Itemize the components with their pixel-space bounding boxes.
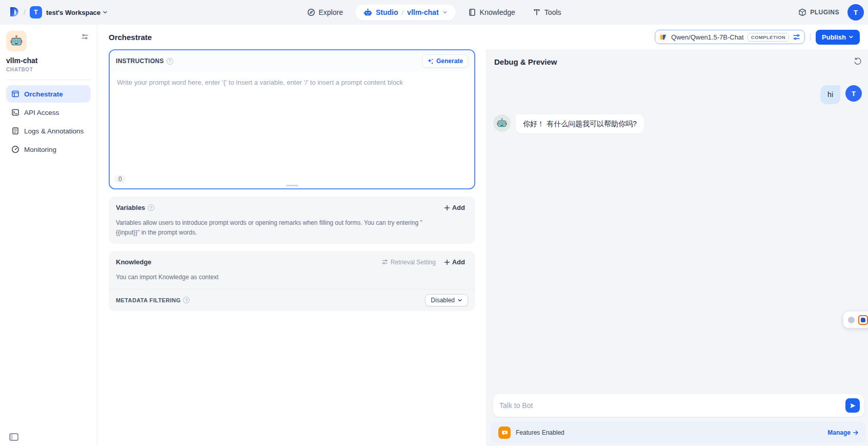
robot-icon — [364, 8, 372, 17]
metadata-filtering-dropdown[interactable]: Disabled — [425, 294, 468, 306]
tools-icon — [533, 8, 541, 16]
sidebar-divider — [6, 80, 91, 80]
arrow-right-icon — [853, 430, 859, 436]
features-bar: Features Enabled Manage — [491, 422, 866, 443]
extension-logo-icon — [858, 315, 868, 325]
nav-plugins[interactable]: PLUGINS — [798, 8, 839, 16]
features-label: Features Enabled — [516, 429, 564, 436]
knowledge-icon — [468, 8, 476, 16]
retrieval-setting-label: Retrieval Setting — [391, 259, 436, 266]
content: vllm-chat CHATBOT Orchestrate API Access… — [0, 25, 868, 446]
sidebar-item-logs-annotations[interactable]: Logs & Annotations — [6, 122, 91, 140]
nav-tools-label: Tools — [544, 8, 561, 16]
nav-tools[interactable]: Tools — [528, 5, 567, 20]
nav-knowledge-label: Knowledge — [480, 8, 515, 16]
dify-logo-icon[interactable] — [8, 6, 19, 18]
retrieval-setting-button[interactable]: Retrieval Setting — [381, 259, 436, 266]
send-button[interactable] — [845, 398, 860, 413]
publish-button[interactable]: Publish — [816, 30, 860, 45]
user-message-bubble: hi — [820, 85, 840, 104]
header-divider — [810, 33, 811, 41]
nav-explore-label: Explore — [318, 8, 342, 16]
features-icon — [498, 426, 511, 439]
model-name: Qwen/Qwen1.5-7B-Chat — [671, 33, 744, 41]
nav-studio-label: Studio — [376, 8, 398, 16]
metadata-filtering-value: Disabled — [431, 297, 455, 304]
sidebar-item-orchestrate[interactable]: Orchestrate — [6, 85, 91, 103]
chat-input-container — [493, 394, 864, 417]
add-variable-button[interactable]: Add — [441, 202, 468, 213]
app-name: vllm-chat — [6, 56, 91, 65]
chat-message-user: hi T — [493, 85, 862, 104]
sidebar-item-label: API Access — [24, 109, 59, 117]
explore-icon — [307, 8, 315, 16]
chevron-down-icon — [849, 34, 854, 40]
variables-panel: Variables ? Add Variables allow users to… — [109, 197, 475, 244]
sidebar-item-api-access[interactable]: API Access — [6, 104, 91, 121]
app-sidebar: vllm-chat CHATBOT Orchestrate API Access… — [0, 25, 97, 446]
generate-label: Generate — [436, 57, 463, 65]
workzone-body: INSTRUCTIONS ? Generate Write your promp… — [97, 49, 868, 446]
add-label: Add — [452, 204, 465, 211]
logs-icon — [11, 127, 19, 135]
debug-title: Debug & Preview — [494, 57, 557, 66]
metadata-filtering-row: METADATA FILTERING ? Disabled — [109, 289, 475, 311]
user-avatar[interactable]: T — [847, 4, 864, 21]
chat-input[interactable] — [499, 401, 845, 410]
nav-center: Explore Studio / vllm-chat Knowledge Too… — [301, 0, 566, 25]
extension-dot-icon — [848, 317, 855, 323]
app-head — [6, 31, 91, 51]
bot-message-bubble: 你好！ 有什么问题我可以帮助你吗? — [516, 114, 644, 133]
instructions-header: INSTRUCTIONS ? Generate — [110, 50, 474, 72]
manage-label: Manage — [827, 429, 851, 436]
add-label: Add — [452, 258, 465, 266]
resize-handle[interactable] — [286, 185, 298, 186]
knowledge-panel: Knowledge Retrieval Setting Add You can … — [109, 251, 475, 311]
orchestrate-editor: INSTRUCTIONS ? Generate Write your promp… — [97, 49, 487, 446]
breadcrumb-separator: / — [24, 8, 26, 16]
send-icon — [850, 402, 856, 409]
restart-conversation-icon[interactable] — [852, 55, 864, 68]
info-icon[interactable]: ? — [167, 58, 173, 65]
add-knowledge-button[interactable]: Add — [441, 257, 468, 267]
variables-title: Variables — [116, 204, 145, 211]
chat-area: hi T 你好！ 有什么问题我可以帮助你吗? — [487, 71, 868, 394]
breadcrumb-separator: / — [401, 9, 403, 16]
app-settings-icon[interactable] — [79, 31, 91, 43]
prompt-editor[interactable]: Write your prompt word here, enter '{' t… — [110, 72, 474, 188]
orchestrate-icon — [11, 90, 19, 98]
model-selector[interactable]: Qwen/Qwen1.5-7B-Chat COMPLETION — [655, 30, 805, 44]
knowledge-description: You can import Knowledge as context — [109, 270, 475, 289]
robot-emoji-icon — [10, 34, 23, 48]
workspace-switcher[interactable]: test's Workspace — [46, 9, 108, 16]
nav-app-breadcrumb: vllm-chat — [407, 8, 438, 16]
sidebar-item-monitoring[interactable]: Monitoring — [6, 141, 91, 158]
manage-features-link[interactable]: Manage — [827, 429, 859, 436]
robot-emoji-icon — [496, 118, 508, 129]
sidebar-item-label: Logs & Annotations — [24, 127, 84, 135]
chat-message-bot: 你好！ 有什么问题我可以帮助你吗? — [493, 114, 862, 133]
generate-button[interactable]: Generate — [422, 54, 468, 68]
plugins-icon — [798, 8, 806, 16]
app-icon[interactable] — [6, 31, 27, 51]
nav-right: PLUGINS T — [798, 4, 860, 21]
debug-preview-panel: Debug & Preview hi T — [487, 49, 868, 446]
info-icon[interactable]: ? — [183, 297, 190, 303]
sidebar-item-label: Orchestrate — [24, 90, 63, 98]
workspace-name: test's Workspace — [46, 9, 100, 16]
header-right: Qwen/Qwen1.5-7B-Chat COMPLETION Publish — [655, 30, 860, 45]
chevron-down-icon — [442, 10, 448, 15]
extension-widget[interactable] — [843, 312, 868, 328]
collapse-sidebar-icon[interactable] — [9, 433, 18, 441]
chevron-down-icon — [457, 298, 462, 303]
metadata-filtering-title: METADATA FILTERING — [116, 297, 180, 303]
nav-explore[interactable]: Explore — [301, 5, 348, 20]
nav-studio-pill[interactable]: Studio / vllm-chat — [355, 5, 456, 21]
variables-header: Variables ? Add — [109, 197, 475, 216]
nav-knowledge[interactable]: Knowledge — [463, 5, 520, 20]
workspace-avatar[interactable]: T — [30, 6, 42, 18]
info-icon[interactable]: ? — [148, 204, 154, 211]
chevron-down-icon — [103, 10, 108, 15]
model-config-icon — [793, 33, 800, 41]
publish-label: Publish — [822, 33, 846, 41]
